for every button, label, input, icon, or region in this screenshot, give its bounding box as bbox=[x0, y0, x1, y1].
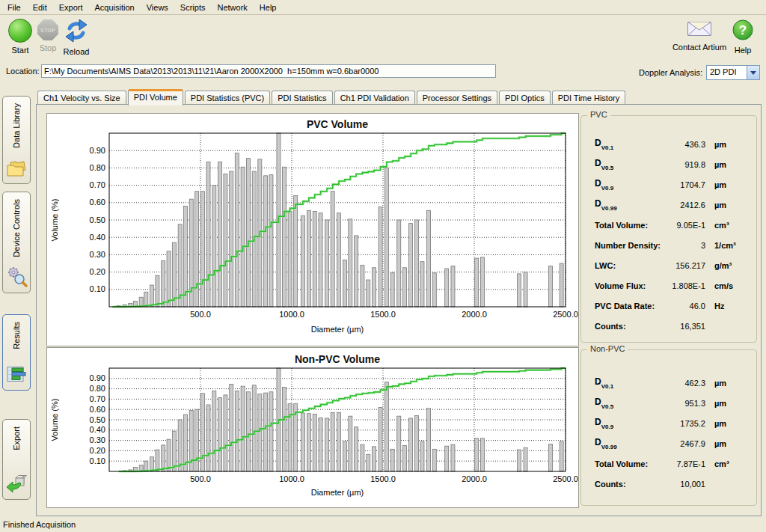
sidebar-item-data-library[interactable]: Data Library bbox=[2, 96, 31, 184]
toolbar: StartSTOPStopReloadContact Artium?Help bbox=[0, 15, 766, 61]
menu-file[interactable]: File bbox=[1, 1, 27, 13]
x-tick-label: 500.0 bbox=[190, 310, 211, 319]
tab-pdi-statistics[interactable]: PDI Statistics bbox=[272, 91, 332, 105]
histogram-bar bbox=[384, 382, 388, 471]
y-tick-label: 0.60 bbox=[90, 198, 105, 207]
histogram-bar bbox=[337, 213, 340, 307]
menu-export[interactable]: Export bbox=[53, 1, 89, 13]
histogram-bar bbox=[390, 449, 394, 471]
x-tick-label: 1000.0 bbox=[279, 474, 304, 483]
histogram-bar bbox=[307, 210, 310, 307]
stat-unit: µm bbox=[705, 160, 756, 169]
pvc-stats-group: PVC DV0.1436.3µmDV0.5919.8µmDV0.91704.7µ… bbox=[580, 115, 757, 343]
histogram-bar bbox=[373, 268, 376, 307]
histogram-bar bbox=[373, 447, 376, 471]
sidebar-item-results[interactable]: Results bbox=[2, 314, 31, 391]
chart-title: Non-PVC Volume bbox=[295, 353, 380, 365]
pdi-volume-tab-page: 0.100.200.300.400.500.600.700.800.90500.… bbox=[36, 104, 762, 516]
histogram-bar bbox=[264, 393, 268, 471]
histogram-bar bbox=[349, 416, 352, 471]
chart-title: PVC Volume bbox=[307, 118, 368, 130]
non-pvc-group-title: Non-PVC bbox=[587, 344, 628, 353]
histogram-bar bbox=[319, 213, 322, 307]
y-tick-label: 0.80 bbox=[90, 163, 105, 172]
menu-network[interactable]: Network bbox=[211, 1, 253, 13]
tab-ch1-velocity-vs-size[interactable]: Ch1 Velocity vs. Size bbox=[37, 91, 126, 105]
histogram-bar bbox=[361, 444, 364, 471]
menu-acquisition[interactable]: Acquisition bbox=[89, 1, 141, 13]
stat-row-total-volume: Total Volume:7.87E-1cm³ bbox=[581, 453, 756, 474]
histogram-bar bbox=[403, 446, 407, 472]
histogram-bar bbox=[252, 385, 256, 471]
tab-processor-settings[interactable]: Processor Settings bbox=[417, 91, 497, 105]
histogram-bar bbox=[361, 265, 364, 307]
reload-button[interactable]: Reload bbox=[58, 19, 94, 56]
stat-unit: µm bbox=[705, 140, 756, 149]
tab-pdi-time-history[interactable]: PDI Time History bbox=[552, 91, 626, 105]
histogram-bar bbox=[480, 438, 484, 471]
stat-value: 2412.6 bbox=[664, 201, 705, 210]
y-tick-label: 0.20 bbox=[90, 267, 105, 276]
y-tick-label: 0.90 bbox=[90, 146, 105, 155]
stat-unit: cm³ bbox=[705, 459, 756, 468]
location-row: Location: Doppler Analysis: 2D PDI bbox=[0, 63, 766, 81]
help-button[interactable]: ?Help bbox=[726, 19, 759, 55]
histogram-bar bbox=[325, 220, 329, 307]
y-tick-label: 0.30 bbox=[90, 435, 105, 444]
stat-unit: µm bbox=[705, 419, 756, 428]
stat-value: 46.0 bbox=[664, 302, 705, 311]
stat-row-counts: Counts:10,001 bbox=[581, 474, 756, 494]
x-tick-label: 2500.0 bbox=[553, 474, 578, 483]
histogram-bar bbox=[235, 391, 239, 471]
histogram-bar bbox=[162, 261, 165, 307]
menu-views[interactable]: Views bbox=[141, 1, 174, 13]
stat-label: DV0.5 bbox=[595, 158, 664, 170]
stat-value: 1704.7 bbox=[664, 180, 705, 189]
histogram-bar bbox=[432, 449, 436, 471]
non-pvc-volume-plot: 0.100.200.300.400.500.600.700.800.90500.… bbox=[47, 348, 578, 507]
stat-row-dv0-5: DV0.5951.3µm bbox=[581, 393, 756, 413]
histogram-bar bbox=[319, 418, 322, 471]
histogram-bar bbox=[331, 192, 334, 307]
stat-value: 3 bbox=[664, 241, 705, 250]
stat-row-dv0-1: DV0.1462.3µm bbox=[581, 373, 756, 393]
tab-ch1-pdi-validation[interactable]: Ch1 PDI Validation bbox=[334, 91, 415, 105]
x-tick-label: 1500.0 bbox=[370, 474, 396, 483]
y-tick-label: 0.20 bbox=[90, 446, 105, 455]
sidebar-item-label: Export bbox=[12, 426, 21, 450]
y-tick-label: 0.10 bbox=[90, 284, 105, 293]
histogram-bar bbox=[200, 394, 204, 471]
combo-dropdown-button[interactable] bbox=[747, 66, 759, 79]
menu-scripts[interactable]: Scripts bbox=[174, 1, 212, 13]
histogram-bar bbox=[367, 454, 370, 471]
histogram-bar bbox=[313, 211, 316, 307]
histogram-bar bbox=[355, 427, 358, 471]
histogram-bar bbox=[432, 273, 436, 307]
histogram-bar bbox=[235, 153, 239, 307]
histogram-bar bbox=[167, 251, 171, 307]
histogram-bar bbox=[282, 167, 286, 307]
menu-edit[interactable]: Edit bbox=[27, 1, 53, 13]
histogram-bar bbox=[230, 171, 233, 307]
tab-pdi-volume[interactable]: PDI Volume bbox=[128, 89, 183, 106]
histogram-bar bbox=[246, 392, 250, 471]
histogram-bar bbox=[307, 414, 310, 471]
y-axis-label: Volume (%) bbox=[50, 399, 59, 441]
doppler-analysis-select[interactable]: 2D PDI bbox=[706, 65, 760, 80]
x-tick-label: 2500.0 bbox=[553, 310, 578, 319]
non-pvc-stats-group: Non-PVC DV0.1462.3µmDV0.5951.3µmDV0.9173… bbox=[580, 349, 757, 506]
histogram-bar bbox=[414, 415, 418, 471]
histogram-bar bbox=[427, 409, 431, 471]
tab-pdi-optics[interactable]: PDI Optics bbox=[499, 91, 551, 105]
stat-unit: µm bbox=[705, 439, 756, 448]
stat-row-dv0-5: DV0.5919.8µm bbox=[581, 154, 756, 174]
tab-pdi-statistics-pvc[interactable]: PDI Statistics (PVC) bbox=[185, 91, 270, 105]
contact-artium-button[interactable]: Contact Artium bbox=[666, 19, 733, 52]
stat-unit: cm³ bbox=[705, 221, 756, 230]
location-input[interactable] bbox=[41, 64, 496, 78]
sidebar-item-device-controls[interactable]: Device Controls bbox=[2, 192, 31, 293]
sidebar-item-export[interactable]: Export bbox=[2, 419, 31, 500]
menu-help[interactable]: Help bbox=[254, 1, 283, 13]
help-button-label: Help bbox=[735, 46, 752, 55]
histogram-bar bbox=[301, 413, 304, 471]
